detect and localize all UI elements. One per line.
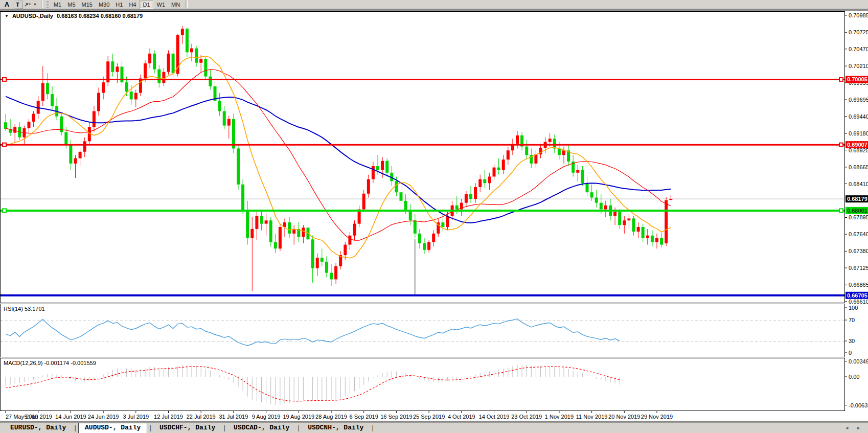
line-handle[interactable] [839, 209, 843, 212]
candle-body [553, 139, 556, 148]
rsi-pane[interactable] [1, 304, 845, 357]
candle-body [172, 54, 175, 73]
tab-scroll-arrows: ◄ ► [844, 425, 861, 430]
chart-tab-audusd[interactable]: AUDUSD-, Daily [78, 423, 147, 433]
rsi-axis-label: 100 [849, 305, 858, 311]
candle-body [562, 150, 565, 155]
scroll-left-icon[interactable]: ◄ [844, 425, 849, 430]
candle-body [330, 273, 333, 280]
candle-body [385, 161, 389, 173]
price-axis-label: 0.66865 [849, 282, 868, 288]
candle-body [241, 185, 244, 211]
candle-body [186, 29, 189, 52]
window-top-frame [0, 9, 868, 11]
candle-body [311, 239, 314, 268]
date-axis-label: 14 Oct 2019 [479, 414, 510, 420]
candle-body [353, 224, 356, 236]
candle-body [497, 168, 500, 170]
arrow-tool-button[interactable]: A [3, 1, 11, 8]
line-handle[interactable] [839, 143, 843, 147]
price-axis-label: 0.70470 [849, 46, 868, 52]
price-axis-label: 0.67380 [849, 248, 868, 254]
hline-price-badge: 0.70005 [847, 76, 867, 82]
candle-body [474, 187, 477, 199]
candle-body [367, 179, 370, 194]
candle-body [655, 238, 658, 242]
timeframe-button-mn[interactable]: MN [169, 1, 182, 8]
price-axis-label: 0.70725 [849, 29, 868, 35]
macd-axis-label: -0.00637 [849, 402, 868, 408]
timeframe-button-w1[interactable]: W1 [154, 1, 168, 8]
date-axis-label: 1 Nov 2019 [545, 414, 574, 420]
candle-body [288, 222, 291, 234]
price-axis-label: 0.66610 [849, 299, 868, 305]
candle-body [167, 54, 170, 72]
timeframe-button-m1[interactable]: M1 [51, 1, 64, 8]
candle-body [93, 111, 96, 127]
candle-body [432, 234, 435, 242]
candle-body [613, 212, 616, 216]
candle-body [237, 148, 240, 184]
line-handle[interactable] [3, 78, 6, 81]
macd-indicator-label: MACD(12,26,9) -0.001174 -0.001559 [4, 360, 96, 366]
candle-body [227, 119, 231, 126]
chart-tab-usdchf[interactable]: USDCHF-, Daily [153, 423, 221, 432]
candle-body [204, 59, 207, 77]
date-axis-label: 28 Aug 2019 [315, 414, 347, 420]
main-price-pane[interactable] [1, 12, 845, 303]
candle-body [623, 220, 626, 225]
toolbar-grip[interactable] [47, 1, 49, 8]
candle-body [223, 111, 226, 125]
candle-body [576, 170, 579, 173]
rsi-axis-label: 30 [849, 338, 855, 344]
candle-body [209, 77, 212, 86]
tab-divider: | [222, 424, 226, 432]
current-price-badge: 0.68179 [847, 196, 867, 202]
scroll-right-icon[interactable]: ► [856, 425, 861, 430]
chart-canvas[interactable]: 0.709850.707250.704700.702100.699550.696… [0, 0, 868, 433]
candle-body [279, 227, 282, 248]
collapse-triangle-icon[interactable]: ▼ [5, 14, 9, 18]
date-axis-label: 24 Jun 2019 [88, 414, 119, 420]
candle-body [632, 218, 635, 232]
line-handle[interactable] [3, 143, 6, 147]
candle-body [181, 29, 184, 35]
timeframe-button-m15[interactable]: M15 [79, 1, 95, 8]
timeframe-button-d1[interactable]: D1 [140, 0, 153, 9]
chart-tab-usdcnh[interactable]: USDCNH-, Daily [302, 423, 370, 432]
timeframe-button-m5[interactable]: M5 [65, 1, 78, 8]
candle-body [493, 168, 496, 177]
macd-pane[interactable] [1, 358, 845, 411]
candle-body [218, 101, 221, 111]
hline-price-badge: 0.66705 [847, 292, 867, 299]
candle-body [469, 194, 472, 199]
candle-body [269, 220, 272, 242]
line-handle[interactable] [3, 209, 6, 212]
chart-tab-usdcad[interactable]: USDCAD-, Daily [227, 423, 295, 432]
line-handle[interactable] [839, 78, 843, 81]
candle-body [97, 93, 100, 111]
candle-body [549, 139, 552, 142]
tab-divider: | [73, 424, 77, 432]
candle-body [51, 94, 54, 106]
candle-body [334, 266, 337, 280]
candle-body [250, 229, 254, 238]
text-tool-button[interactable]: T [13, 0, 22, 9]
timeframe-button-h1[interactable]: H1 [113, 1, 125, 8]
candle-body [125, 82, 128, 92]
candle-body [441, 222, 444, 227]
candle-body [260, 216, 263, 223]
cursor-tools-button[interactable]: ▼ [24, 1, 37, 8]
date-axis-label: 5 Jun 2019 [24, 414, 52, 420]
candle-body [246, 211, 249, 238]
candle-body [604, 206, 607, 210]
candle-body [255, 216, 258, 229]
candle-body [618, 212, 621, 225]
chart-tab-eurusd[interactable]: EURUSD-, Daily [4, 423, 72, 432]
candle-body [102, 82, 105, 93]
timeframe-button-m30[interactable]: M30 [96, 1, 112, 8]
candle-body [41, 83, 44, 101]
candle-body [139, 78, 142, 93]
timeframe-button-h4[interactable]: H4 [126, 1, 139, 8]
candle-body [409, 211, 412, 220]
